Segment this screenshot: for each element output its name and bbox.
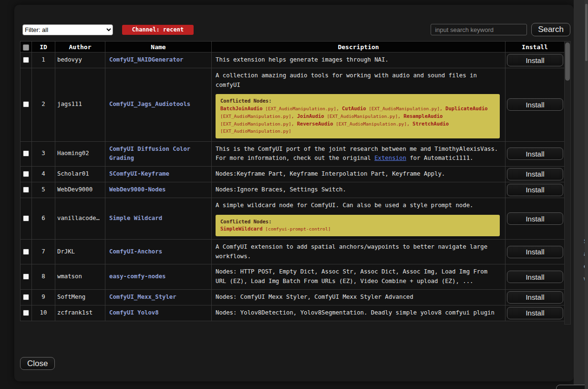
row-checkbox-cell xyxy=(21,182,32,198)
row-author: Scholar01 xyxy=(55,166,105,182)
table-row: 6vanillacode314Simple WildcardA simple w… xyxy=(21,198,565,239)
extension-name-link[interactable]: ComfyUI_Mexx_Styler xyxy=(109,294,176,300)
header-name: Name xyxy=(105,42,212,53)
install-button[interactable]: Install xyxy=(507,147,563,160)
install-button[interactable]: Install xyxy=(507,168,563,180)
conflict-list: BatchJoinAudio [EXT_AudioManipulation.py… xyxy=(220,105,495,135)
row-name-cell: SComfyUI-Keyframe xyxy=(105,166,212,182)
row-description: A simple wildcard node for ComfyUI. Can … xyxy=(212,198,505,239)
row-id: 2 xyxy=(32,68,55,142)
row-install-cell: Install xyxy=(505,305,565,321)
row-description: Nodes:Keyframe Part, Keyframe Interpolat… xyxy=(212,166,505,182)
install-button[interactable]: Install xyxy=(507,271,563,283)
extension-name-link[interactable]: ComfyUI_NAIDGenerator xyxy=(109,56,183,63)
row-description: This is the ComfyUI port of the joint re… xyxy=(212,141,505,166)
author-text: wmatson xyxy=(57,272,103,282)
row-id: 4 xyxy=(32,166,55,182)
extension-name-link[interactable]: Simple Wildcard xyxy=(109,215,162,221)
row-install-cell: Install xyxy=(505,289,565,305)
row-author: jags111 xyxy=(55,68,105,142)
row-description: A collection amazing audio tools for wor… xyxy=(212,68,505,142)
row-install-cell: Install xyxy=(505,198,565,239)
filter-select[interactable]: Filter: all xyxy=(22,24,113,35)
row-select-checkbox[interactable] xyxy=(23,273,29,280)
row-select-checkbox[interactable] xyxy=(23,57,29,63)
row-install-cell: Install xyxy=(505,240,565,264)
row-select-checkbox[interactable] xyxy=(23,249,29,255)
row-id: 5 xyxy=(32,182,55,198)
extension-name-link[interactable]: easy-comfy-nodes xyxy=(109,273,165,280)
extension-name-link[interactable]: SComfyUI-Keyframe xyxy=(109,170,169,177)
page-scrollbar-thumb[interactable] xyxy=(585,4,588,61)
background-partial-button xyxy=(556,385,588,389)
row-name-cell: ComfyUI Yolov8 xyxy=(105,305,212,321)
description-text: This is the ComfyUI port of the joint re… xyxy=(216,145,501,163)
row-checkbox-cell xyxy=(21,305,32,321)
header-description: Description xyxy=(212,42,505,53)
row-description: This extension helps generate images thr… xyxy=(212,53,505,68)
row-author: vanillacode314 xyxy=(55,198,105,239)
author-text: DrJKL xyxy=(57,247,103,257)
install-button[interactable]: Install xyxy=(507,54,563,66)
description-text: A simple wildcard node for ComfyUI. Can … xyxy=(216,201,501,210)
row-select-checkbox[interactable] xyxy=(23,215,29,221)
description-link[interactable]: Extension xyxy=(374,155,406,161)
extension-name-link[interactable]: ComfyUI Yolov8 xyxy=(109,309,159,316)
row-id: 3 xyxy=(32,141,55,166)
row-id: 1 xyxy=(32,53,55,68)
author-text: zcfrank1st xyxy=(57,308,103,318)
extension-name-link[interactable]: ComfyUI-Anchors xyxy=(109,248,162,255)
extension-name-link[interactable]: WebDev9000-Nodes xyxy=(109,186,165,193)
table-row: 3Haoming02ComfyUI Diffusion Color Gradin… xyxy=(21,141,565,166)
row-select-checkbox[interactable] xyxy=(23,150,29,157)
install-button[interactable]: Install xyxy=(507,184,563,196)
row-author: SoftMeng xyxy=(55,289,105,305)
close-button[interactable]: Close xyxy=(20,357,55,370)
table-row: 8wmatsoneasy-comfy-nodesNodes: HTTP POST… xyxy=(21,264,565,289)
search-input[interactable] xyxy=(431,24,527,35)
author-text: WebDev9000 xyxy=(57,185,103,195)
row-id: 7 xyxy=(32,240,55,264)
page-scrollbar[interactable] xyxy=(585,0,588,389)
header-install: Install xyxy=(505,42,565,53)
row-author: bedovyy xyxy=(55,53,105,68)
row-install-cell: Install xyxy=(505,141,565,166)
row-checkbox-cell xyxy=(21,198,32,239)
author-text: vanillacode314 xyxy=(57,214,103,223)
install-button[interactable]: Install xyxy=(507,98,563,111)
row-install-cell: Install xyxy=(505,182,565,198)
author-text: Scholar01 xyxy=(57,169,103,179)
row-select-checkbox[interactable] xyxy=(23,310,29,316)
row-install-cell: Install xyxy=(505,68,565,142)
row-checkbox-cell xyxy=(21,289,32,305)
row-select-checkbox[interactable] xyxy=(23,101,29,107)
row-checkbox-cell xyxy=(21,264,32,289)
table-scrollbar-thumb[interactable] xyxy=(565,42,570,81)
select-all-checkbox[interactable] xyxy=(23,44,29,51)
row-name-cell: ComfyUI_NAIDGenerator xyxy=(105,53,212,68)
extension-name-link[interactable]: ComfyUI_Jags_Audiotools xyxy=(109,101,190,107)
row-checkbox-cell xyxy=(21,240,32,264)
nodes-table: ID Author Name Description Install 1bedo… xyxy=(20,41,565,321)
row-select-checkbox[interactable] xyxy=(23,171,29,177)
install-button[interactable]: Install xyxy=(507,291,563,304)
install-button[interactable]: Install xyxy=(507,212,563,225)
install-button[interactable]: Install xyxy=(507,307,563,319)
table-row: 4Scholar01SComfyUI-KeyframeNodes:Keyfram… xyxy=(21,166,565,182)
row-select-checkbox[interactable] xyxy=(23,187,29,193)
row-name-cell: ComfyUI-Anchors xyxy=(105,240,212,264)
conflict-warning: Conflicted Nodes:BatchJoinAudio [EXT_Aud… xyxy=(216,94,500,138)
table-row: 7DrJKLComfyUI-AnchorsA ComfyUI extension… xyxy=(21,240,565,264)
row-author: Haoming02 xyxy=(55,141,105,166)
row-select-checkbox[interactable] xyxy=(23,294,29,300)
row-name-cell: ComfyUI Diffusion Color Grading xyxy=(105,141,212,166)
extension-name-link[interactable]: ComfyUI Diffusion Color Grading xyxy=(109,146,190,162)
row-id: 10 xyxy=(32,305,55,321)
conflict-title: Conflicted Nodes: xyxy=(220,218,495,226)
table-row: 5WebDev9000WebDev9000-NodesNodes:Ignore … xyxy=(21,182,565,198)
table-scrollbar[interactable] xyxy=(564,41,571,325)
table-row: 1bedovyyComfyUI_NAIDGeneratorThis extens… xyxy=(21,53,565,68)
search-button[interactable]: Search xyxy=(531,23,570,36)
row-name-cell: WebDev9000-Nodes xyxy=(105,182,212,198)
install-button[interactable]: Install xyxy=(507,246,563,258)
